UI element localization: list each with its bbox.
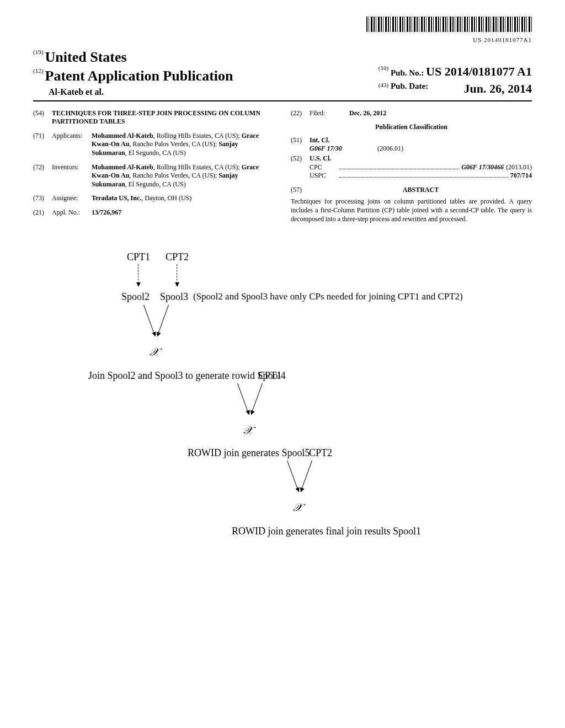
intcl-body: Int. Cl. G06F 17/30 (2006.01) [310,136,532,153]
code-54: (54) [33,109,52,126]
arrow-icon [301,461,312,492]
doc-type: Patent Application Publication [45,68,233,84]
join-symbol-icon: 𝒳 [243,423,252,437]
barcode-graphic [366,17,532,32]
uscl-entry: (52) U.S. Cl. CPC G06F 17/30466 (2013.01… [291,154,532,180]
dotted-leader [339,163,459,169]
fig-spool3: Spool3 [160,291,188,303]
figure-diagram: CPT1 CPT2 Spool2 Spool3 (Spool2 and Spoo… [33,251,532,604]
fig-cpt2: CPT2 [166,251,189,264]
inventor-name-1: Mohammed Al-Kateb [92,163,153,171]
abstract-heading: ABSTRACT [310,186,532,195]
right-column: (22) Filed: Dec. 26, 2012 Publication Cl… [291,109,532,224]
applno-entry: (21) Appl. No.: 13/726,967 [33,208,274,217]
code-12: (12) [33,67,43,74]
filed-value: Dec. 26, 2012 [349,109,532,118]
abstract-entry: (57) ABSTRACT [291,186,532,195]
fig-cpt1: CPT1 [127,251,150,264]
applno-value: 13/726,967 [92,208,274,217]
country: United States [45,49,127,65]
pubdate-value: Jun. 26, 2014 [464,81,532,97]
code-73: (73) [33,194,52,203]
bibliographic-data: (54) TECHNIQUES FOR THREE-STEP JOIN PROC… [33,109,532,224]
assignee-label: Assignee: [52,194,92,203]
code-71: (71) [33,132,52,158]
arrow-icon [177,264,177,286]
code-57: (57) [291,186,310,195]
fig-spool2: Spool2 [121,291,150,303]
code-72: (72) [33,163,52,189]
code-51: (51) [291,136,310,153]
fig-step2: ROWID join generates Spool5 [188,447,310,459]
left-column: (54) TECHNIQUES FOR THREE-STEP JOIN PROC… [33,109,274,224]
arrow-icon [157,305,169,336]
join-symbol-icon: 𝒳 [292,500,301,515]
fig-cpt2b: CPT2 [309,447,332,459]
applicants-label: Applicants: [52,132,92,158]
code-22: (22) [291,109,310,118]
inventors-entry: (72) Inventors: Mohammed Al-Kateb, Rolli… [33,163,274,189]
fig-step3: ROWID join generates final join results … [232,525,421,538]
arrow-icon [237,383,249,415]
title-entry: (54) TECHNIQUES FOR THREE-STEP JOIN PROC… [33,109,274,126]
code-19: (19) [33,49,43,55]
join-symbol-icon: 𝒳 [149,345,158,359]
pubno-label: Pub. No.: [391,68,424,77]
inventors-text: Mohammed Al-Kateb, Rolling Hills Estates… [92,163,274,189]
uscl-body: U.S. Cl. CPC G06F 17/30466 (2013.01) USP… [310,154,532,180]
title-text: TECHNIQUES FOR THREE-STEP JOIN PROCESSIN… [52,109,274,126]
arrow-icon [287,461,299,492]
header: (19) United States (12) Patent Applicati… [33,48,532,101]
assignee-text: Teradata US, Inc., Dayton, OH (US) [92,194,274,203]
pub-cls-heading: Publication Classification [291,123,532,132]
filed-entry: (22) Filed: Dec. 26, 2012 [291,109,532,118]
arrow-icon [143,305,155,336]
code-43: (43) [379,82,388,88]
assignee-entry: (73) Assignee: Teradata US, Inc., Dayton… [33,194,274,203]
applicants-text: Mohammed Al-Kateb, Rolling Hills Estates… [92,132,274,158]
applno-label: Appl. No.: [52,208,92,217]
applicants-entry: (71) Applicants: Mohammed Al-Kateb, Roll… [33,132,274,158]
barcode-block: US 20140181077A1 [33,17,532,44]
fig-step1: Join Spool2 and Spool3 to generate rowid… [88,370,285,382]
fig-note1: (Spool2 and Spool3 have only CPs needed … [193,291,463,303]
fig-cpt1b: CPT1 [258,370,281,382]
author-line: Al-Kateb et al. [33,87,233,98]
arrow-icon [138,264,138,286]
arrow-icon [251,383,263,415]
barcode-text: US 20140181077A1 [33,36,532,44]
code-10: (10) [379,65,388,71]
inventors-label: Inventors: [52,163,92,189]
abstract-text: Techniques for processing joins on colum… [291,197,532,223]
code-21: (21) [33,208,52,217]
filed-label: Filed: [310,109,349,118]
header-left: (19) United States (12) Patent Applicati… [33,48,233,98]
intcl-entry: (51) Int. Cl. G06F 17/30 (2006.01) [291,136,532,153]
dotted-leader [339,172,508,178]
pubdate-label: Pub. Date: [391,82,428,90]
code-52: (52) [291,154,310,180]
applicant-name-1: Mohammed Al-Kateb [92,132,153,140]
header-right: (10) Pub. No.: US 2014/0181077 A1 (43) P… [379,63,532,98]
pubno-value: US 2014/0181077 A1 [426,65,532,78]
